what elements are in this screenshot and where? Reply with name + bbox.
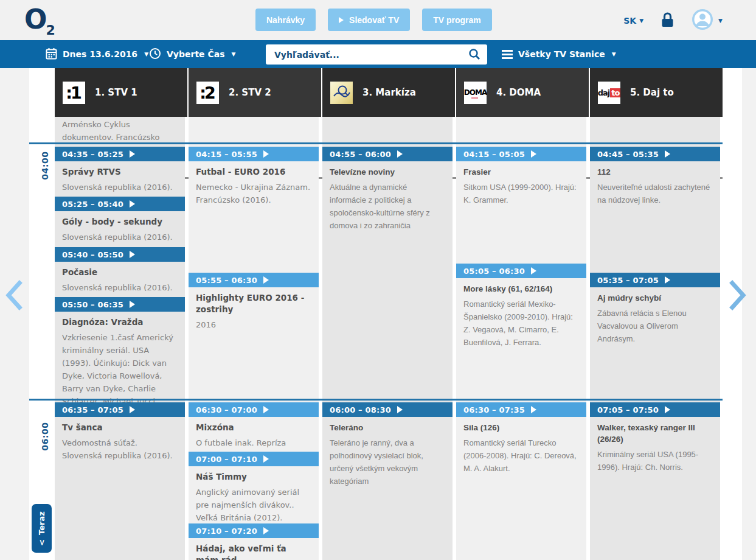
channel-header-stv1[interactable]: :1 1. STV 1 [55,68,187,117]
stv2-logo: :2 [196,82,219,104]
play-icon[interactable] [665,406,670,413]
play-icon[interactable] [130,150,135,158]
program-time-bar[interactable]: 04:55 – 06:00 [322,147,453,161]
program-block[interactable]: 06:30 – 07:35 Sila (126) Romantický seri… [456,402,586,475]
program-block[interactable]: 06:30 – 07:00 Mixzóna O futbale inak. Re… [189,402,319,449]
program-time-bar[interactable]: 07:00 – 07:10 [189,452,319,466]
program-block[interactable]: 07:05 – 07:50 Walker, texaský ranger III… [590,402,720,474]
program-time-bar[interactable]: 05:25 – 05:40 [55,197,185,211]
play-icon[interactable] [130,200,135,208]
play-icon[interactable] [263,527,269,534]
program-desc: Zábavná relácia s Elenou Vacvalovou a Ol… [597,307,713,345]
time-rule-0400 [29,142,723,144]
program-time-bar[interactable]: 05:05 – 06:30 [456,264,586,278]
play-icon[interactable] [531,406,536,413]
program-time-bar[interactable]: 04:15 – 05:55 [189,147,319,161]
time-axis-label: 06:00 [40,422,50,450]
program-time-bar[interactable]: 07:10 – 07:20 [189,523,319,538]
program-time-bar[interactable]: 06:30 – 07:35 [456,402,586,417]
tv-program-label: TV program [433,15,481,25]
program-desc: Teleráno je ranný, dva a polhodinový vys… [330,436,445,488]
program-block[interactable]: 05:35 – 07:05 Aj múdry schybí Zábavná re… [590,273,720,345]
channel-column-stv2: 04:15 – 05:55 Futbal - EURO 2016 Nemecko… [189,117,319,560]
program-block[interactable]: 06:35 – 07:05 Tv šanca Vedomostná súťaž.… [55,402,185,462]
program-block[interactable]: 05:40 – 05:50 Počasie Slovenská republik… [55,247,185,294]
tv-program-button[interactable]: TV program [422,9,492,31]
play-icon[interactable] [130,301,135,308]
time-rule-0600 [29,399,723,401]
program-block[interactable]: 04:35 – 05:25 Správy RTVS Slovenská repu… [55,147,185,194]
lock-icon[interactable] [661,12,675,30]
program-time-bar[interactable]: 06:35 – 07:05 [55,402,185,417]
caret-down-icon: ▼ [639,18,643,24]
program-time-bar[interactable]: 05:55 – 06:30 [189,273,319,287]
previous-page-chevron[interactable] [4,280,23,313]
program-time: 05:55 – 06:30 [196,276,257,285]
caret-down-icon: ▼ [232,51,236,57]
program-block[interactable]: 07:00 – 07:10 Náš Timmy Anglický animova… [189,452,319,524]
play-icon[interactable] [263,150,269,158]
program-block[interactable]: 04:45 – 05:35 112 Neuveriteľné udalosti … [590,147,720,206]
program-time-bar[interactable]: 06:00 – 08:30 [322,402,453,417]
doma-logo: DOMA [464,82,487,104]
program-time-bar[interactable]: 04:15 – 05:05 [456,147,586,161]
date-label: Dnes 13.6.2016 [63,49,137,59]
channel-header-markiza[interactable]: 3. Markíza [322,68,455,117]
watch-tv-button[interactable]: Sledovať TV [328,9,410,31]
play-icon[interactable] [397,150,403,158]
profile-menu[interactable]: ▼ [692,9,723,33]
stations-selector[interactable]: Všetky TV Stanice ▼ [502,40,616,68]
o2-logo[interactable]: O2 [24,4,55,38]
play-icon[interactable] [397,406,403,413]
program-desc: Romantický seriál Mexiko-Španielsko (200… [463,298,579,349]
program-title: Aj múdry schybí [597,292,713,304]
play-icon[interactable] [531,150,536,158]
program-block[interactable]: 05:55 – 06:30 Highlighty EURO 2016 - zos… [189,273,319,331]
program-time-bar[interactable]: 04:35 – 05:25 [55,147,185,161]
program-block[interactable]: 05:50 – 06:35 Diagnóza: Vražda Vzkriesen… [55,297,185,408]
channel-header-doma[interactable]: DOMA 4. DOMA [456,68,589,117]
program-block[interactable]: 07:10 – 07:20 Hádaj, ako veľmi ťa mám rá… [189,523,319,560]
calendar-icon [46,47,57,61]
language-label: SK [623,16,636,26]
program-time-bar[interactable]: 05:40 – 05:50 [55,247,185,262]
play-icon[interactable] [263,276,269,284]
program-block[interactable]: 04:15 – 05:55 Futbal - EURO 2016 Nemecko… [189,147,319,206]
next-page-chevron[interactable] [729,280,748,313]
time-label: Vyberte Čas [167,49,225,59]
clock-icon [149,47,161,61]
program-block[interactable]: 06:00 – 08:30 Teleráno Teleráno je ranný… [322,402,453,488]
play-icon[interactable] [130,251,135,258]
program-time-bar[interactable]: 06:30 – 07:00 [189,402,319,417]
program-time-bar[interactable]: 07:05 – 07:50 [590,402,720,417]
channel-header-stv2[interactable]: :2 2. STV 2 [189,68,321,117]
play-icon[interactable] [263,455,269,463]
program-time-bar[interactable]: 04:45 – 05:35 [590,147,720,161]
search-input[interactable] [266,44,475,65]
play-icon[interactable] [665,276,670,284]
program-title: Správy RTVS [62,166,178,178]
language-selector[interactable]: SK ▼ [623,16,643,26]
now-button[interactable]: < Teraz [32,504,52,553]
program-block[interactable]: 04:55 – 06:00 Televízne noviny Aktuálne … [322,147,453,232]
program-time-bar[interactable]: 05:50 – 06:35 [55,297,185,312]
play-icon[interactable] [263,406,269,413]
program-title: Teleráno [330,422,445,433]
play-icon[interactable] [130,406,135,413]
play-icon[interactable] [531,267,536,275]
now-button-label: Teraz [37,511,46,535]
program-block[interactable]: 05:05 – 06:30 More lásky (61, 62/164) Ro… [456,264,586,349]
o2-logo-sub: 2 [46,23,55,38]
program-desc: Slovenská republika (2016). [62,231,178,243]
recordings-button[interactable]: Nahrávky [255,9,316,31]
program-block[interactable]: 05:25 – 05:40 Góly - body - sekundy Slov… [55,197,185,243]
toolbar: Dnes 13.6.2016 ▼ Vyberte Čas ▼ [0,40,756,68]
search-icon[interactable] [468,48,481,63]
program-time-bar[interactable]: 05:35 – 07:05 [590,273,720,287]
program-block[interactable]: 04:15 – 05:05 Frasier Sitkom USA (1999-2… [456,147,586,206]
channel-header-dajto[interactable]: dajto 5. Daj to [590,68,723,117]
play-icon[interactable] [665,150,670,158]
time-selector[interactable]: Vyberte Čas ▼ [149,40,235,68]
program-title: Diagnóza: Vražda [62,317,178,328]
date-selector[interactable]: Dnes 13.6.2016 ▼ [46,40,148,68]
